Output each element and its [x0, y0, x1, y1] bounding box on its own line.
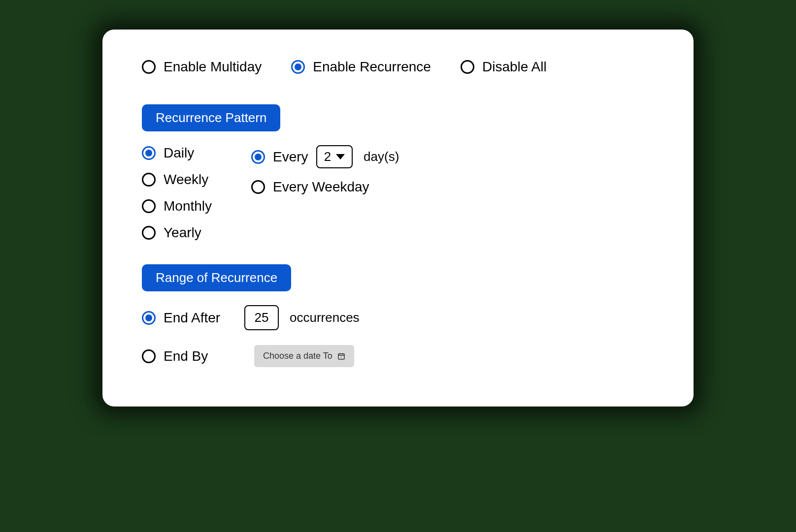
radio-icon [142, 60, 156, 74]
weekly-radio[interactable]: Weekly [142, 172, 212, 188]
radio-icon [142, 311, 156, 325]
mode-radio-group: Enable Multiday Enable Recurrence Disabl… [142, 59, 654, 75]
interval-count-dropdown[interactable]: 2 [316, 145, 353, 168]
radio-icon [142, 226, 156, 240]
every-n-radio[interactable]: Every [251, 149, 308, 165]
end-after-label: End After [164, 310, 232, 326]
radio-icon [142, 349, 156, 363]
radio-icon [251, 150, 265, 164]
radio-icon [142, 146, 156, 160]
occurrences-suffix: occurrences [290, 310, 360, 325]
enable-recurrence-radio[interactable]: Enable Recurrence [291, 59, 431, 75]
interval-count-value: 2 [324, 149, 331, 164]
disable-all-radio[interactable]: Disable All [461, 59, 547, 75]
every-label: Every [273, 149, 308, 165]
days-suffix: day(s) [364, 149, 399, 164]
end-after-row: End After occurrences [142, 305, 654, 330]
svg-rect-0 [338, 354, 344, 359]
every-weekday-label: Every Weekday [273, 179, 369, 195]
enable-multiday-radio[interactable]: Enable Multiday [142, 59, 262, 75]
radio-icon [251, 180, 265, 194]
recurrence-settings-card: Enable Multiday Enable Recurrence Disabl… [102, 30, 694, 407]
end-by-label: End By [164, 348, 232, 364]
chevron-down-icon [336, 154, 345, 159]
end-by-date-picker[interactable]: Choose a date To [254, 345, 354, 367]
yearly-label: Yearly [164, 225, 201, 241]
recurrence-pattern-section: Recurrence Pattern Daily Weekly Monthly [142, 104, 654, 241]
end-after-radio[interactable]: End After [142, 310, 232, 326]
range-header: Range of Recurrence [142, 264, 291, 291]
pattern-grid: Daily Weekly Monthly Yearly [142, 145, 654, 241]
monthly-label: Monthly [164, 198, 212, 214]
daily-label: Daily [164, 145, 194, 161]
range-of-recurrence-section: Range of Recurrence End After occurrence… [142, 264, 654, 367]
disable-all-label: Disable All [482, 59, 547, 75]
radio-icon [461, 60, 474, 74]
monthly-radio[interactable]: Monthly [142, 198, 212, 214]
every-n-days-row: Every 2 day(s) [251, 145, 399, 168]
calendar-icon [337, 352, 345, 360]
occurrences-input[interactable] [244, 305, 279, 330]
date-picker-placeholder: Choose a date To [263, 351, 332, 361]
interval-radio-group: Every 2 day(s) Every Weekday [251, 145, 399, 241]
radio-icon [142, 199, 156, 213]
frequency-radio-group: Daily Weekly Monthly Yearly [142, 145, 212, 241]
radio-icon [142, 173, 156, 187]
svg-point-4 [341, 357, 342, 358]
enable-recurrence-label: Enable Recurrence [313, 59, 431, 75]
end-by-radio[interactable]: End By [142, 348, 232, 364]
range-radio-group: End After occurrences End By Choose a da… [142, 305, 654, 367]
recurrence-pattern-header: Recurrence Pattern [142, 104, 280, 131]
weekly-label: Weekly [164, 172, 208, 188]
every-weekday-radio[interactable]: Every Weekday [251, 179, 399, 195]
daily-radio[interactable]: Daily [142, 145, 212, 161]
yearly-radio[interactable]: Yearly [142, 225, 212, 241]
enable-multiday-label: Enable Multiday [164, 59, 262, 75]
radio-icon [291, 60, 305, 74]
end-by-row: End By Choose a date To [142, 345, 654, 367]
